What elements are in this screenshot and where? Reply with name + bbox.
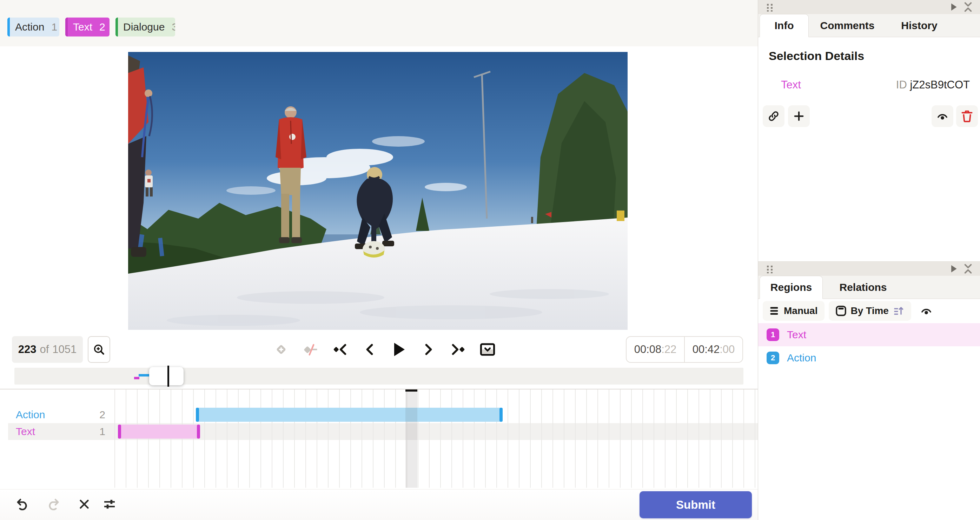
chevron-right-icon <box>423 343 434 356</box>
video-frame[interactable] <box>128 52 628 330</box>
add-region-button[interactable] <box>788 105 810 127</box>
region-label: Action <box>787 352 816 364</box>
label-tag-text: Action <box>15 21 44 33</box>
regions-panel: Regions Relations Manual By Time <box>758 261 980 520</box>
redo-icon <box>46 497 60 511</box>
deselect-button[interactable] <box>75 495 94 514</box>
region-resize-handle-left[interactable] <box>196 408 199 422</box>
tab-comments[interactable]: Comments <box>809 14 886 37</box>
video-scene <box>128 52 628 330</box>
sort-order-icon <box>893 306 904 316</box>
track-label: Text <box>16 426 35 437</box>
grouping-manual-label: Manual <box>784 305 818 316</box>
track-count: 1 <box>99 426 105 437</box>
current-time: 00:08:22 <box>627 337 685 362</box>
panel-collapse-icon[interactable] <box>964 2 972 14</box>
seekbar-playhead[interactable] <box>167 366 169 386</box>
track-count: 2 <box>99 409 105 421</box>
label-color-bar <box>65 17 68 37</box>
toggle-all-visibility-button[interactable] <box>920 305 933 317</box>
label-tag-dialogue[interactable]: Dialogue 3 <box>116 17 175 37</box>
plus-icon <box>793 110 805 122</box>
selection-label: Text <box>781 79 801 91</box>
play-icon <box>392 342 406 357</box>
current-time-frames: :22 <box>661 343 676 356</box>
drag-handle-icon[interactable] <box>766 265 773 274</box>
labels-toolbar: Action 1 Text 2 Dialogue 3 <box>0 0 758 46</box>
grouping-manual-button[interactable]: Manual <box>763 301 824 321</box>
region-resize-handle-left[interactable] <box>118 425 121 439</box>
playback-controls <box>273 336 496 363</box>
seekbar[interactable] <box>14 368 743 385</box>
boxed-chevron-down-icon <box>480 343 495 356</box>
label-color-bar <box>7 17 10 37</box>
tab-regions[interactable]: Regions <box>760 276 823 299</box>
region-list-item-text[interactable]: 1 Text <box>758 323 980 346</box>
delete-region-button[interactable] <box>956 105 978 127</box>
selection-summary-row: Text ID jZ2sB9tCOT <box>758 79 980 91</box>
track-label: Action <box>16 409 45 421</box>
tab-relations[interactable]: Relations <box>823 276 904 299</box>
region-list-item-action[interactable]: 2 Action <box>758 346 980 369</box>
label-hotkey: 1 <box>51 21 57 33</box>
current-time-main: 00:08 <box>634 343 662 356</box>
info-panel-header <box>758 0 980 14</box>
keypoint-next-icon <box>451 343 465 356</box>
current-frame: 223 <box>18 343 37 356</box>
prev-frame-button[interactable] <box>361 341 378 358</box>
region-resize-handle-right[interactable] <box>197 425 200 439</box>
sliders-icon <box>102 497 116 511</box>
play-button[interactable] <box>391 341 407 358</box>
playhead-marker[interactable] <box>406 390 417 391</box>
label-tag-action[interactable]: Action 1 <box>7 17 59 37</box>
tab-history[interactable]: History <box>886 14 953 37</box>
eye-icon <box>920 305 933 317</box>
info-panel-tabs: Info Comments History <box>758 14 980 37</box>
toggle-visibility-button[interactable] <box>932 105 953 127</box>
undo-icon <box>16 497 30 511</box>
undo-button[interactable] <box>13 495 32 514</box>
timeline-playhead-column[interactable] <box>406 390 417 488</box>
panel-detach-icon[interactable] <box>950 3 958 13</box>
timeline-track-action[interactable]: Action 2 <box>0 406 115 423</box>
label-hotkey: 3 <box>172 21 175 33</box>
group-list-icon <box>770 306 780 315</box>
label-tag-text-selected[interactable]: Text 2 <box>65 17 110 37</box>
interpolation-delete-button[interactable] <box>302 341 319 358</box>
seekbar-viewport-thumb[interactable] <box>149 367 184 385</box>
drag-handle-icon[interactable] <box>766 3 773 11</box>
trash-icon <box>961 110 973 122</box>
next-keypoint-button[interactable] <box>450 341 466 358</box>
regions-panel-header <box>758 262 980 276</box>
info-panel: Info Comments History Selection Details … <box>758 0 980 261</box>
seekbar-text-segment <box>134 377 139 379</box>
sort-by-time-button[interactable]: By Time <box>829 301 911 321</box>
timeline-region-bar-action[interactable] <box>196 408 503 422</box>
region-resize-handle-right[interactable] <box>500 408 503 422</box>
timeline-track-text[interactable]: Text 1 <box>0 423 115 440</box>
toggle-timeline-button[interactable] <box>479 341 496 358</box>
keypoint-prev-icon <box>333 343 347 356</box>
frame-counter: 223 of 1051 <box>12 336 83 363</box>
add-keypoint-button[interactable] <box>273 341 289 358</box>
label-hotkey: 2 <box>99 21 105 33</box>
zoom-in-button[interactable] <box>88 336 110 363</box>
prev-keypoint-button[interactable] <box>332 341 348 358</box>
collapse-vertical-icon <box>964 264 972 274</box>
label-color-bar <box>116 17 118 37</box>
relation-link-button[interactable] <box>763 105 784 127</box>
timeline-frame-grid[interactable] <box>115 390 758 488</box>
panel-detach-icon[interactable] <box>950 264 958 274</box>
next-frame-button[interactable] <box>420 341 437 358</box>
total-time: 00:42:00 <box>685 337 742 362</box>
timeline-region-bar-text[interactable] <box>118 425 200 439</box>
settings-sliders-button[interactable] <box>100 495 119 514</box>
tab-info[interactable]: Info <box>760 14 809 37</box>
frame-of-label: of <box>40 343 49 356</box>
frame-card-icon <box>836 305 846 316</box>
label-tag-text: Dialogue <box>123 21 165 33</box>
redo-button[interactable] <box>43 495 63 514</box>
submit-button[interactable]: Submit <box>640 491 752 518</box>
selection-details-heading: Selection Details <box>769 49 864 63</box>
panel-collapse-icon[interactable] <box>964 264 972 275</box>
